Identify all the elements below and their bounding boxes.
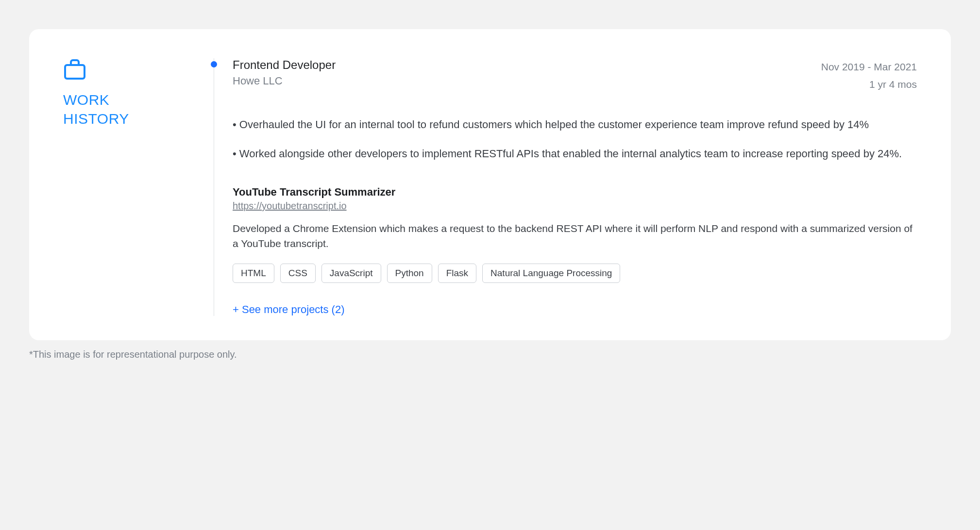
timeline-dot-icon bbox=[211, 61, 217, 67]
project-title: YouTube Transcript Summarizer bbox=[233, 186, 917, 199]
project: YouTube Transcript Summarizer https://yo… bbox=[233, 186, 917, 283]
briefcase-icon bbox=[63, 58, 214, 82]
tag: JavaScript bbox=[321, 264, 381, 283]
job-header: Frontend Developer Howe LLC Nov 2019 - M… bbox=[233, 58, 917, 93]
work-history-card: WORK HISTORY Frontend Developer Howe LLC… bbox=[29, 29, 951, 340]
project-description: Developed a Chrome Extension which makes… bbox=[233, 221, 917, 251]
job-dates: Nov 2019 - Mar 2021 1 yr 4 mos bbox=[821, 58, 917, 93]
job-date-range: Nov 2019 - Mar 2021 bbox=[821, 58, 917, 76]
job-bullets: • Overhauled the UI for an internal tool… bbox=[233, 117, 917, 162]
section-title: WORK HISTORY bbox=[63, 90, 214, 128]
section-title-line2: HISTORY bbox=[63, 109, 214, 128]
project-link[interactable]: https://youtubetranscript.io bbox=[233, 200, 347, 212]
disclaimer-text: *This image is for representational purp… bbox=[29, 349, 951, 360]
sidebar: WORK HISTORY bbox=[63, 58, 214, 316]
tag: Flask bbox=[438, 264, 476, 283]
job-heading-left: Frontend Developer Howe LLC bbox=[233, 58, 336, 87]
see-more-projects-button[interactable]: + See more projects (2) bbox=[233, 303, 917, 316]
tag: Python bbox=[387, 264, 432, 283]
main-content: Frontend Developer Howe LLC Nov 2019 - M… bbox=[214, 58, 917, 316]
job-company: Howe LLC bbox=[233, 75, 336, 87]
tag: Natural Language Processing bbox=[482, 264, 620, 283]
section-title-line1: WORK bbox=[63, 90, 214, 109]
svg-rect-0 bbox=[65, 65, 84, 79]
tag: CSS bbox=[280, 264, 316, 283]
project-tags: HTML CSS JavaScript Python Flask Natural… bbox=[233, 264, 917, 283]
tag: HTML bbox=[233, 264, 274, 283]
job-title: Frontend Developer bbox=[233, 58, 336, 72]
job-bullet: • Overhauled the UI for an internal tool… bbox=[233, 117, 917, 132]
job-bullet: • Worked alongside other developers to i… bbox=[233, 146, 917, 162]
job-duration: 1 yr 4 mos bbox=[821, 76, 917, 93]
